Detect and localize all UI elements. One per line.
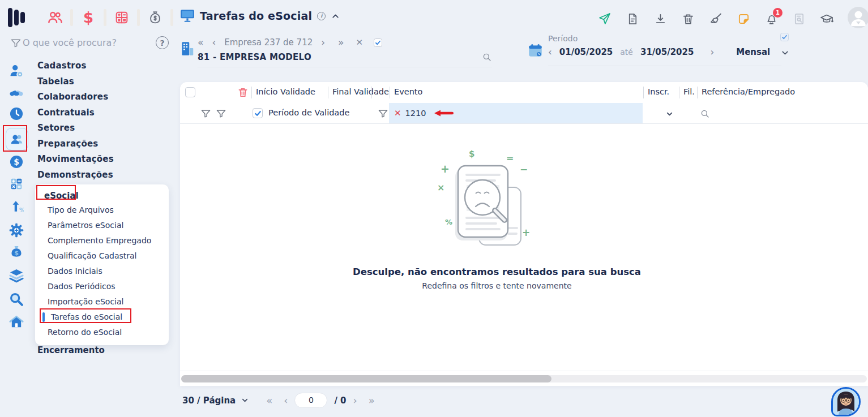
evento-filter-value: 1210 (405, 109, 426, 118)
submenu-item-complemento-empregado[interactable]: Complemento Empregado (35, 233, 169, 248)
company-prev-button[interactable]: ‹ (212, 38, 216, 48)
submenu-item-qualificacao-cadastral[interactable]: Qualificação Cadastral (35, 248, 169, 264)
user-avatar[interactable] (848, 7, 868, 28)
company-close-button[interactable]: ✕ (356, 38, 363, 47)
filter-funnel-icon[interactable] (200, 108, 211, 119)
audit-search-icon[interactable] (792, 12, 806, 25)
send-icon[interactable] (598, 12, 612, 25)
help-icon[interactable]: ? (156, 36, 169, 49)
submenu-item-parametros-esocial[interactable]: Parâmetros eSocial (35, 218, 169, 233)
handshake-icon[interactable] (8, 85, 25, 102)
column-header-fil[interactable]: Fil. (683, 87, 695, 96)
submenu-item-retorno-do-esocial[interactable]: Retorno do eSocial (35, 325, 169, 340)
select-all-checkbox[interactable] (185, 87, 195, 97)
calculator-rail-icon[interactable] (8, 175, 25, 192)
filter-funnel-icon[interactable] (10, 37, 22, 49)
period-start-date[interactable]: 01/05/2025 (559, 47, 613, 57)
clock-icon[interactable] (8, 105, 25, 122)
finance-quick-icon[interactable]: $ (79, 8, 98, 27)
prev-page-button[interactable]: ‹ (284, 395, 288, 406)
layers-icon[interactable] (8, 267, 25, 284)
download-icon[interactable] (653, 12, 667, 25)
sidebar-item-setores[interactable]: Setores (37, 121, 114, 136)
sidebar-item-cadastros[interactable]: Cadastros (37, 58, 114, 74)
app-logo[interactable] (8, 8, 25, 27)
broom-icon[interactable] (709, 12, 722, 25)
document-icon[interactable] (626, 12, 639, 25)
trend-up-icon[interactable]: % (8, 198, 25, 215)
evento-filter-input[interactable]: ✕ 1210 (389, 103, 643, 123)
calculator-quick-icon[interactable] (112, 8, 131, 27)
divider (328, 87, 328, 98)
search-rail-icon[interactable] (8, 291, 25, 308)
submenu-item-importacao-esocial[interactable]: Importação eSocial (35, 294, 169, 309)
divider (679, 87, 679, 98)
submenu-item-tarefas-do-esocial[interactable]: Tarefas do eSocial (35, 309, 169, 325)
company-first-button[interactable]: « (198, 38, 203, 48)
people-quick-icon[interactable] (45, 8, 65, 27)
sidebar-item-tabelas[interactable]: Tabelas (37, 74, 114, 90)
column-header-inscr[interactable]: Inscr. (648, 87, 669, 96)
company-search-icon[interactable] (482, 52, 492, 62)
company-next-button[interactable]: › (321, 38, 325, 48)
period-mode-chevron-down-icon[interactable] (780, 48, 790, 58)
company-checkbox[interactable] (374, 38, 382, 47)
submenu-item-dados-periodicos[interactable]: Dados Periódicos (35, 279, 169, 294)
divider (180, 371, 868, 371)
sidebar-item-esocial[interactable]: eSocial (35, 188, 169, 203)
period-next-button[interactable]: › (710, 46, 714, 58)
check-icon (781, 34, 788, 40)
notifications-bell-icon[interactable]: 1 (764, 12, 778, 25)
people-rail-icon-active[interactable] (6, 128, 28, 151)
assistant-avatar[interactable] (831, 387, 861, 416)
filter-funnel-icon[interactable] (216, 108, 226, 119)
sidebar-item-encerramento[interactable]: Encerramento (37, 345, 105, 355)
sidebar-item-colaboradores[interactable]: Colaboradores (37, 89, 114, 105)
period-prev-button[interactable]: ‹ (548, 46, 552, 58)
sidebar-item-preparacoes[interactable]: Preparações (37, 136, 114, 152)
scrollbar-thumb[interactable] (181, 375, 551, 382)
period-mode-select[interactable]: Mensal (736, 47, 770, 57)
person-gear-icon[interactable] (8, 62, 25, 79)
current-page-input[interactable]: 0 (294, 393, 327, 408)
money-bag-quick-icon[interactable] (146, 8, 165, 27)
dollar-circle-icon[interactable]: $ (8, 153, 25, 170)
periodo-validade-checkbox[interactable] (253, 108, 263, 118)
submenu-item-tipo-de-arquivos[interactable]: Tipo de Arquivos (35, 203, 169, 218)
referencia-search-icon[interactable] (700, 109, 710, 119)
divider (137, 9, 140, 26)
svg-text:$: $ (469, 149, 474, 159)
periodo-validade-label[interactable]: Período de Validade (268, 108, 349, 117)
bulk-delete-icon[interactable] (237, 87, 249, 100)
period-checkbox[interactable] (780, 33, 789, 41)
period-end-date[interactable]: 31/05/2025 (640, 47, 694, 57)
info-icon[interactable]: i (317, 12, 326, 20)
column-header-evento[interactable]: Evento (394, 87, 422, 96)
horizontal-scrollbar[interactable] (181, 375, 867, 382)
first-page-button[interactable]: « (266, 395, 272, 406)
trash-icon[interactable] (681, 12, 695, 25)
inscr-filter-chevron-down-icon[interactable] (665, 110, 674, 118)
gear-icon[interactable] (8, 222, 25, 239)
last-page-button[interactable]: » (369, 395, 375, 406)
column-header-final-validade[interactable]: Final Validade (332, 87, 389, 96)
money-bag-rail-icon[interactable]: $ (8, 243, 25, 260)
search-input[interactable] (23, 37, 156, 48)
sidebar-item-movimentacoes[interactable]: Movimentações (37, 152, 114, 167)
sidebar-item-demonstracoes[interactable]: Demonstrações (37, 167, 114, 183)
next-page-button[interactable]: › (353, 395, 357, 406)
filter-funnel-icon[interactable] (378, 108, 388, 119)
graduation-cap-icon[interactable] (820, 12, 833, 25)
svg-text:=: = (506, 153, 514, 164)
column-header-referencia-empregado[interactable]: Referência/Empregado (702, 87, 795, 96)
company-last-button[interactable]: » (338, 38, 344, 48)
home-icon[interactable] (8, 313, 25, 330)
note-icon[interactable] (737, 12, 750, 25)
collapse-chevron-up-icon[interactable] (331, 11, 340, 21)
submenu-item-dados-iniciais[interactable]: Dados Iniciais (35, 264, 169, 279)
column-header-inicio-validade[interactable]: Início Validade (256, 87, 315, 96)
page-size-select[interactable]: 30 / Página (182, 395, 249, 406)
clear-filter-icon[interactable]: ✕ (394, 108, 401, 118)
sidebar-item-contratuais[interactable]: Contratuais (37, 105, 114, 121)
no-results-illustration: $ = + − × % + (424, 144, 571, 252)
